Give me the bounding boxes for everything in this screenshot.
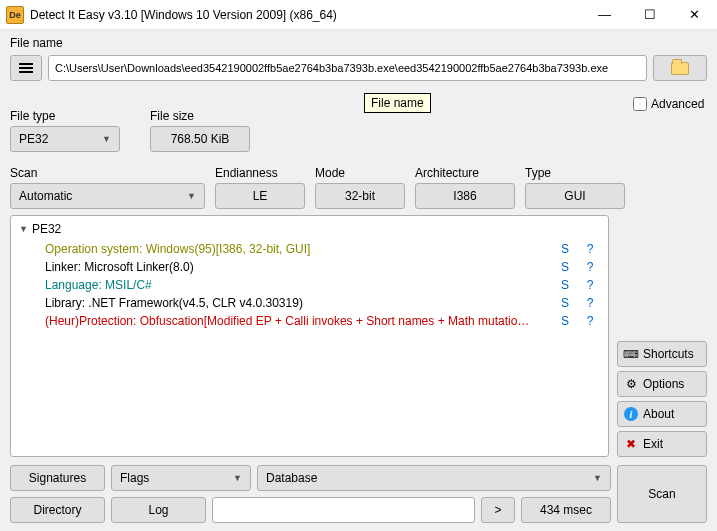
title-bar: De Detect It Easy v3.10 [Windows 10 Vers…: [0, 0, 717, 30]
type-value: GUI: [564, 189, 585, 203]
tree-line[interactable]: Linker: Microsoft Linker(8.0)S?: [19, 258, 600, 276]
chevron-down-icon: ▼: [593, 473, 602, 483]
tree-line-q[interactable]: ?: [580, 312, 600, 330]
tree-line[interactable]: Language: MSIL/C#S?: [19, 276, 600, 294]
flags-select[interactable]: Flags ▼: [111, 465, 251, 491]
folder-icon: [671, 62, 689, 75]
scan-mode-value: Automatic: [19, 189, 72, 203]
tree-line-s[interactable]: S: [550, 276, 580, 294]
info-icon: i: [624, 407, 638, 421]
tree-line-q[interactable]: ?: [580, 240, 600, 258]
file-size-button[interactable]: 768.50 KiB: [150, 126, 250, 152]
database-select[interactable]: Database ▼: [257, 465, 611, 491]
log-button[interactable]: Log: [111, 497, 206, 523]
options-label: Options: [643, 377, 684, 391]
tree-root-label: PE32: [32, 222, 61, 236]
type-label: Type: [525, 166, 625, 180]
next-button[interactable]: >: [481, 497, 515, 523]
architecture-value: I386: [453, 189, 476, 203]
file-type-value: PE32: [19, 132, 48, 146]
file-path-input[interactable]: [48, 55, 647, 81]
tree-line-s[interactable]: S: [550, 240, 580, 258]
app-icon: De: [6, 6, 24, 24]
scan-button[interactable]: Scan: [617, 465, 707, 523]
tree-line-q[interactable]: ?: [580, 258, 600, 276]
list-icon: [19, 63, 33, 73]
exit-icon: ✖: [624, 437, 638, 451]
options-button[interactable]: Options: [617, 371, 707, 397]
tree-line-s[interactable]: S: [550, 312, 580, 330]
browse-button[interactable]: [653, 55, 707, 81]
tree-line-text: Linker: Microsoft Linker(8.0): [45, 258, 550, 276]
tree-line[interactable]: Library: .NET Framework(v4.5, CLR v4.0.3…: [19, 294, 600, 312]
maximize-button[interactable]: ☐: [627, 0, 672, 30]
tree-line-q[interactable]: ?: [580, 294, 600, 312]
architecture-label: Architecture: [415, 166, 515, 180]
file-size-label: File size: [150, 109, 250, 123]
endianness-button[interactable]: LE: [215, 183, 305, 209]
file-name-label: File name: [10, 36, 707, 50]
tree-line-text: Language: MSIL/C#: [45, 276, 550, 294]
minimize-button[interactable]: —: [582, 0, 627, 30]
mode-button[interactable]: 32-bit: [315, 183, 405, 209]
file-type-select[interactable]: PE32 ▼: [10, 126, 120, 152]
scan-label: Scan: [10, 166, 205, 180]
endianness-value: LE: [253, 189, 268, 203]
tree-line-q[interactable]: ?: [580, 276, 600, 294]
file-size-value: 768.50 KiB: [171, 132, 230, 146]
endianness-label: Endianness: [215, 166, 305, 180]
tree-line[interactable]: Operation system: Windows(95)[I386, 32-b…: [19, 240, 600, 258]
mode-label: Mode: [315, 166, 405, 180]
file-list-button[interactable]: [10, 55, 42, 81]
tree-line[interactable]: (Heur)Protection: Obfuscation[Modified E…: [19, 312, 600, 330]
chevron-down-icon: ▼: [187, 191, 196, 201]
tree-line-text: (Heur)Protection: Obfuscation[Modified E…: [45, 312, 550, 330]
about-label: About: [643, 407, 674, 421]
advanced-checkbox[interactable]: [633, 97, 647, 111]
type-button[interactable]: GUI: [525, 183, 625, 209]
progress-bar: [212, 497, 475, 523]
tooltip: File name: [364, 93, 431, 113]
gear-icon: [624, 377, 638, 391]
chevron-down-icon: ▼: [102, 134, 111, 144]
time-display: 434 msec: [521, 497, 611, 523]
scan-mode-select[interactable]: Automatic ▼: [10, 183, 205, 209]
tree-line-text: Operation system: Windows(95)[I386, 32-b…: [45, 240, 550, 258]
architecture-button[interactable]: I386: [415, 183, 515, 209]
tree-line-s[interactable]: S: [550, 294, 580, 312]
window-title: Detect It Easy v3.10 [Windows 10 Version…: [30, 8, 582, 22]
close-button[interactable]: ✕: [672, 0, 717, 30]
tree-line-text: Library: .NET Framework(v4.5, CLR v4.0.3…: [45, 294, 550, 312]
tree-collapse-icon[interactable]: ▼: [19, 224, 28, 234]
mode-value: 32-bit: [345, 189, 375, 203]
file-type-label: File type: [10, 109, 120, 123]
signatures-button[interactable]: Signatures: [10, 465, 105, 491]
exit-button[interactable]: ✖ Exit: [617, 431, 707, 457]
results-tree[interactable]: ▼ PE32 Operation system: Windows(95)[I38…: [10, 215, 609, 457]
keyboard-icon: [624, 347, 638, 361]
tree-line-s[interactable]: S: [550, 258, 580, 276]
chevron-down-icon: ▼: [233, 473, 242, 483]
shortcuts-button[interactable]: Shortcuts: [617, 341, 707, 367]
exit-label: Exit: [643, 437, 663, 451]
advanced-label: Advanced: [651, 97, 704, 111]
shortcuts-label: Shortcuts: [643, 347, 694, 361]
about-button[interactable]: i About: [617, 401, 707, 427]
directory-button[interactable]: Directory: [10, 497, 105, 523]
